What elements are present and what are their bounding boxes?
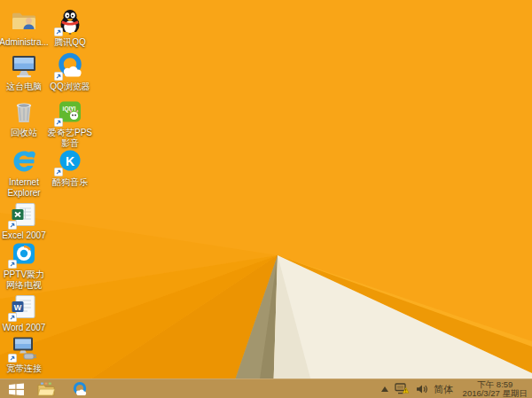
chevron-up-icon bbox=[381, 386, 388, 392]
desktop-icon-this-pc[interactable]: 这台电脑 bbox=[0, 50, 48, 96]
shortcut-arrow-icon bbox=[8, 354, 17, 363]
desktop-icon-administrator-folder[interactable]: Administra... bbox=[0, 5, 48, 50]
desktop-icon-excel-2007[interactable]: Excel 2007 bbox=[0, 199, 48, 238]
desktop-icon-internet-explorer[interactable]: Internet Explorer bbox=[0, 145, 48, 199]
desktop-icon-label: 回收站 bbox=[11, 128, 37, 138]
file-explorer-taskbar-button[interactable] bbox=[33, 379, 59, 398]
volume-button[interactable] bbox=[416, 384, 428, 394]
ie-icon bbox=[10, 147, 38, 176]
desktop-icon-label: QQ浏览器 bbox=[50, 82, 90, 92]
speaker-icon bbox=[416, 384, 428, 394]
desktop-icon-label: 腾讯QQ bbox=[54, 37, 86, 48]
desktop-icon-label: 宽带连接 bbox=[6, 363, 42, 374]
clock-time: 下午 8:59 bbox=[463, 380, 528, 389]
iqiyi-icon: iQIYI bbox=[56, 98, 84, 126]
network-status-button[interactable] bbox=[395, 383, 410, 394]
desktop-icon-broadband-connection[interactable]: 宽带连接 bbox=[0, 332, 48, 374]
network-warning-icon bbox=[395, 383, 410, 394]
shortcut-arrow-icon bbox=[8, 313, 17, 322]
desktop-icon-label: Internet Explorer bbox=[0, 177, 48, 198]
shortcut-arrow-icon bbox=[54, 168, 63, 176]
desktop-icon-tencent-qq[interactable]: 腾讯QQ bbox=[48, 5, 92, 50]
start-button[interactable] bbox=[3, 379, 29, 398]
taskbar-clock[interactable]: 下午 8:59 2016/3/27 星期日 bbox=[460, 380, 528, 398]
qq-browser-icon bbox=[56, 51, 84, 80]
pptv-icon bbox=[10, 239, 38, 268]
svg-text:iQIYI: iQIYI bbox=[63, 105, 76, 113]
desktop-icon-word-2007[interactable]: WWord 2007 bbox=[0, 291, 48, 332]
desktop-icon-label: PPTV聚力 网络电视 bbox=[0, 269, 48, 290]
svg-text:W: W bbox=[14, 303, 22, 312]
desktop-icon-label: 酷狗音乐 bbox=[52, 177, 88, 188]
desktop-icon-recycle-bin[interactable]: 回收站 bbox=[0, 96, 48, 145]
shortcut-arrow-icon bbox=[54, 118, 63, 127]
file-explorer-icon bbox=[37, 382, 55, 396]
qq-penguin-icon bbox=[56, 7, 84, 35]
svg-text:K: K bbox=[66, 154, 74, 168]
desktop-icon-pptv[interactable]: PPTV聚力 网络电视 bbox=[0, 238, 48, 291]
broadband-icon bbox=[10, 333, 38, 362]
shortcut-arrow-icon bbox=[54, 72, 63, 81]
shortcut-arrow-icon bbox=[8, 221, 17, 230]
clock-date: 2016/3/27 星期日 bbox=[463, 389, 528, 398]
input-language-indicator[interactable]: 简体 bbox=[434, 379, 454, 398]
desktop-icon-label: Administra... bbox=[0, 37, 49, 48]
user-folder-icon bbox=[10, 7, 38, 35]
taskbar: 简体 下午 8:59 2016/3/27 星期日 bbox=[0, 378, 532, 398]
qq-browser-icon bbox=[72, 381, 88, 397]
system-tray: 简体 下午 8:59 2016/3/27 星期日 bbox=[381, 379, 532, 398]
kugou-icon: K bbox=[56, 147, 84, 176]
shortcut-arrow-icon bbox=[54, 27, 63, 36]
desktop-icon-qq-browser[interactable]: QQ浏览器 bbox=[48, 50, 92, 96]
computer-icon bbox=[10, 51, 38, 80]
word-icon: W bbox=[10, 293, 38, 321]
desktop-icon-iqiyi-pps[interactable]: iQIYI爱奇艺PPS 影音 bbox=[48, 96, 92, 145]
desktop-icon-label: 这台电脑 bbox=[6, 82, 42, 92]
excel-icon bbox=[10, 200, 38, 229]
qq-browser-taskbar-button[interactable] bbox=[66, 379, 93, 398]
desktop-icon-grid: Administra...腾讯QQ这台电脑QQ浏览器回收站iQIYI爱奇艺PPS… bbox=[0, 5, 92, 374]
desktop-icon-kugou-music[interactable]: K酷狗音乐 bbox=[48, 145, 92, 199]
show-hidden-icons-button[interactable] bbox=[381, 386, 388, 392]
windows-logo-icon bbox=[9, 383, 24, 395]
recycle-bin-icon bbox=[10, 98, 38, 126]
shortcut-arrow-icon bbox=[8, 260, 17, 269]
